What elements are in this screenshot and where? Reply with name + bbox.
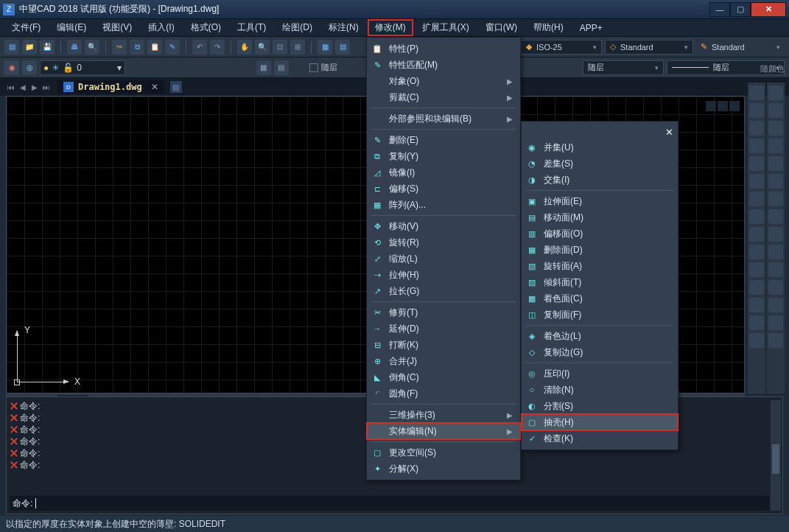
command-line[interactable]: 命令: [10, 496, 769, 511]
rtool-icon[interactable] [768, 85, 783, 100]
menu-item[interactable]: ⧉复制(Y) [367, 148, 520, 164]
rtool-icon[interactable] [749, 174, 764, 189]
rtool-icon[interactable] [768, 139, 783, 153]
rtool-icon[interactable] [768, 174, 783, 189]
menu-item[interactable]: ▨倾斜面(T) [522, 274, 678, 290]
maximize-button[interactable]: ▢ [730, 2, 751, 17]
menu-item[interactable]: 对象(O)▶ [367, 73, 520, 89]
rtool-icon[interactable] [768, 227, 783, 242]
mini-close-icon[interactable] [729, 101, 740, 111]
insert-icon[interactable]: ▤ [274, 60, 289, 75]
doc-close-icon[interactable]: ✕ [151, 82, 158, 92]
menu-扩展工具[interactable]: 扩展工具(X) [415, 19, 477, 36]
menu-item[interactable]: ▥偏移面(O) [522, 225, 678, 242]
rtool-icon[interactable] [768, 333, 783, 348]
match-icon[interactable]: ✎ [165, 40, 180, 55]
menu-item[interactable]: ◣倒角(C) [367, 369, 520, 385]
menu-绘图[interactable]: 绘图(D) [275, 19, 320, 36]
bylayer-check[interactable] [309, 63, 318, 72]
redo-icon[interactable]: ↷ [210, 40, 225, 55]
menu-工具[interactable]: 工具(T) [230, 19, 273, 36]
doc-tab[interactable]: D Drawing1.dwg ✕ [57, 80, 164, 94]
zoom-win-icon[interactable]: ⊡ [273, 40, 287, 55]
menu-item[interactable]: ⤢缩放(L) [367, 251, 520, 267]
menu-item[interactable]: ◉并集(U) [522, 139, 678, 155]
rtool-icon[interactable] [749, 298, 764, 312]
menu-app+[interactable]: APP+ [572, 21, 610, 35]
menu-item[interactable]: ◇复制边(G) [522, 344, 678, 360]
menu-item[interactable]: ↗拉长(G) [367, 283, 520, 299]
rtool-icon[interactable] [749, 121, 764, 136]
menu-item[interactable]: ◜圆角(F) [367, 385, 520, 402]
menu-item[interactable]: ◈着色边(L) [522, 328, 678, 344]
menu-标注[interactable]: 标注(N) [321, 19, 366, 36]
menu-item[interactable]: ◔差集(S) [522, 155, 678, 172]
mini-max-icon[interactable] [718, 101, 728, 111]
rtool-icon[interactable] [768, 121, 783, 136]
rtool-icon[interactable] [749, 103, 764, 118]
rtool-icon[interactable] [768, 209, 783, 224]
layer-manager-icon[interactable]: ◉ [4, 60, 19, 75]
menu-item[interactable]: ✥移动(V) [367, 218, 520, 234]
menu-item[interactable]: ◿镜像(I) [367, 164, 520, 181]
menu-item[interactable]: ◫复制面(F) [522, 307, 678, 323]
menu-item[interactable]: ⊕合并(J) [367, 353, 520, 369]
undo-icon[interactable]: ↶ [192, 40, 207, 55]
menu-item[interactable]: 三维操作(3)▶ [367, 407, 520, 423]
menu-item[interactable]: ▢抽壳(H) [522, 414, 678, 430]
tab-new-icon[interactable]: ▤ [170, 81, 182, 93]
menu-item[interactable]: ◐分割(S) [522, 398, 678, 414]
text-style-combo[interactable]: ◇Standard ▾ [605, 40, 693, 55]
menu-文件[interactable]: 文件(F) [4, 19, 48, 36]
copy-icon[interactable]: ⧉ [130, 40, 144, 55]
menu-item[interactable]: ⊏偏移(S) [367, 181, 520, 197]
rtool-icon[interactable] [749, 209, 764, 224]
rtool-icon[interactable] [768, 280, 783, 295]
rtool-icon[interactable] [749, 192, 764, 206]
menu-item[interactable]: ◎压印(I) [522, 365, 678, 382]
rtool-icon[interactable] [768, 298, 783, 312]
menu-item[interactable]: 剪裁(C)▶ [367, 89, 520, 105]
menu-item[interactable]: ◑交集(I) [522, 172, 678, 188]
open-icon[interactable]: 📁 [22, 40, 37, 55]
menu-item[interactable]: ⟲旋转(R) [367, 234, 520, 251]
menu-格式[interactable]: 格式(O) [183, 19, 228, 36]
menu-窗口[interactable]: 窗口(W) [478, 19, 525, 36]
menu-item[interactable]: ✦分解(X) [367, 461, 520, 477]
tab-last-icon[interactable]: ⏭ [41, 82, 52, 92]
paste-icon[interactable]: 📋 [147, 40, 162, 55]
menu-item[interactable]: ▣拉伸面(E) [522, 193, 678, 209]
rtool-icon[interactable] [749, 262, 764, 277]
rtool-icon[interactable] [749, 245, 764, 259]
layer-states-icon[interactable]: ◎ [22, 60, 37, 75]
rtool-icon[interactable] [749, 280, 764, 295]
rtool-icon[interactable] [749, 156, 764, 171]
rtool-icon[interactable] [768, 192, 783, 206]
menu-item[interactable]: ✎删除(E) [367, 132, 520, 148]
menu-item[interactable]: 实体编辑(N)▶ [367, 423, 520, 439]
rtool-icon[interactable] [749, 333, 764, 348]
tab-next-icon[interactable]: ▶ [29, 82, 40, 92]
rtool-icon[interactable] [768, 156, 783, 171]
menu-item[interactable]: →延伸(D) [367, 321, 520, 337]
mini-min-icon[interactable] [706, 101, 716, 111]
menu-item[interactable]: ▦删除面(D) [522, 242, 678, 258]
menu-item[interactable]: ✓检查(K) [522, 430, 678, 447]
properties-icon[interactable]: ▦ [318, 40, 332, 55]
menu-插入[interactable]: 插入(I) [141, 19, 181, 36]
layer-combo[interactable]: ●☀🔓 0 ▾ [40, 60, 125, 75]
submenu-close-icon[interactable]: ✕ [665, 127, 673, 138]
menu-item[interactable]: ▢更改空间(S) [367, 444, 520, 461]
rtool-icon[interactable] [749, 227, 764, 242]
rtool-icon[interactable] [768, 245, 783, 259]
zoom-rt-icon[interactable]: 🔍 [255, 40, 270, 55]
rtool-icon[interactable] [749, 315, 764, 330]
cmd-scrollbar[interactable] [771, 400, 781, 511]
print-icon[interactable]: 🖶 [67, 40, 82, 55]
menu-编辑[interactable]: 编辑(E) [49, 19, 94, 36]
menu-item[interactable]: ▧旋转面(A) [522, 258, 678, 274]
menu-item[interactable]: 📋特性(P) [367, 41, 520, 57]
table-style-combo[interactable]: ✎Standard ▾ [696, 40, 785, 55]
menu-帮助[interactable]: 帮助(H) [526, 19, 571, 36]
menu-item[interactable]: 外部参照和块编辑(B)▶ [367, 111, 520, 127]
